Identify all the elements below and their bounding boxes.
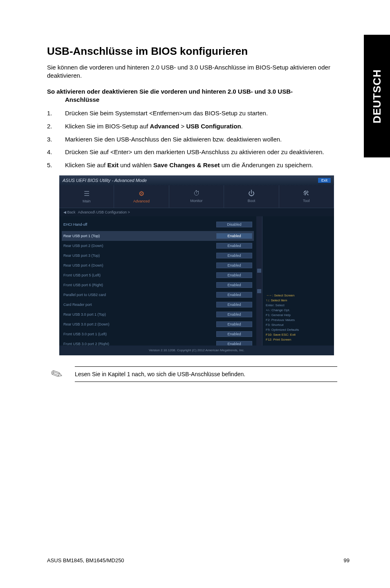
bios-row-value[interactable]: Enabled (216, 341, 252, 346)
step-2: 2. Klicken Sie im BIOS-Setup auf Advance… (47, 122, 350, 131)
bios-title: ASUS UEFI BIOS Utility - Advanced Mode (63, 178, 147, 183)
power-icon: ⏻ (248, 190, 255, 197)
bios-row-label: Parallel port to USB2 card (63, 293, 106, 297)
bios-row[interactable]: Card Reader port Enabled (63, 300, 252, 310)
bios-row-label: Rear USB port 4 (Down) (63, 263, 103, 267)
help-line: F1: General Help (266, 313, 331, 318)
note-text: Lesen Sie in Kapitel 1 nach, wo sich die… (75, 366, 337, 382)
bios-footer: Version 2.10.1208. Copyright (C) 2012 Am… (59, 346, 334, 355)
bios-option-list: EHCI Hand-off Disabled Rear USB port 1 (… (59, 216, 256, 346)
help-line: +/-: Change Opt. (266, 308, 331, 313)
language-label: DEUTSCH (371, 69, 383, 123)
bios-row-value[interactable]: Enabled (216, 312, 252, 317)
bios-row-label: EHCI Hand-off (63, 222, 87, 227)
help-line: F5: Optimized Defaults (266, 328, 331, 332)
bios-titlebar: ASUS UEFI BIOS Utility - Advanced Mode E… (59, 175, 334, 185)
bios-breadcrumb: ◀ Back Advanced\ USB Configuration > (59, 208, 334, 216)
subheading-line1: So aktivieren oder deaktivieren Sie die … (47, 88, 293, 95)
bios-row-selected[interactable]: Rear USB port 1 (Top) Enabled (62, 231, 254, 241)
subheading-line2: Anschlüsse (47, 96, 350, 104)
bios-row-value[interactable]: Enabled (216, 253, 252, 258)
bios-row-label: Rear USB 3.0 port 1 (Top) (63, 312, 106, 316)
bios-row-label: Rear USB port 3 (Top) (63, 254, 100, 258)
step-3: 3. Markieren Sie den USB-Anschluss den S… (47, 135, 350, 144)
bios-row-value[interactable]: Enabled (216, 272, 252, 278)
pencil-icon: ✎ (48, 364, 65, 384)
bios-row-value[interactable]: Disabled (216, 222, 252, 227)
bios-row-value[interactable]: Enabled (216, 243, 252, 249)
help-line: F12: Print Screen (266, 337, 331, 342)
bios-row[interactable]: EHCI Hand-off Disabled (63, 220, 252, 229)
bios-row[interactable]: Front USB 3.0 port 1 (Left) Enabled (63, 329, 252, 339)
bios-tab-label: Boot (248, 199, 256, 203)
step-number: 5. (47, 161, 65, 170)
help-line: ↑↓: Select Item (266, 298, 331, 303)
bios-row-value[interactable]: Enabled (216, 263, 252, 268)
bios-row[interactable]: Front USB port 5 (Left) Enabled (63, 270, 252, 280)
help-line: Enter: Select (266, 303, 331, 308)
step-number: 1. (47, 109, 65, 118)
bios-tab-main[interactable]: ☰ Main (59, 185, 114, 208)
page-footer: ASUS BM1845, BM1645/MD250 99 (47, 557, 350, 563)
step-number: 2. (47, 122, 65, 131)
bios-scrollbar[interactable] (256, 216, 262, 346)
bios-row-value[interactable]: Enabled (216, 292, 252, 298)
step-text: Klicken Sie im BIOS-Setup auf Advanced >… (65, 122, 350, 131)
bios-screenshot: ASUS UEFI BIOS Utility - Advanced Mode E… (59, 175, 334, 355)
step-text: Markieren Sie den USB-Anschluss den Sie … (65, 135, 350, 144)
bios-tab-label: Monitor (191, 199, 203, 203)
tool-icon: 🛠 (303, 190, 309, 197)
bios-tab-boot[interactable]: ⏻ Boot (224, 185, 279, 208)
bios-row-value[interactable]: Enabled (216, 331, 252, 337)
bios-back-button[interactable]: ◀ Back (63, 210, 76, 214)
bios-row-label: Front USB 3.0 port 1 (Left) (63, 332, 107, 336)
bios-row-value[interactable]: Enabled (216, 321, 252, 327)
gear-icon: ⚙ (139, 190, 144, 197)
help-line: F2: Previous Values (266, 318, 331, 323)
bios-exit-button[interactable]: Exit (318, 178, 331, 183)
bios-tab-tool[interactable]: 🛠 Tool (279, 185, 334, 208)
bios-row[interactable]: Front USB port 6 (Right) Enabled (63, 280, 252, 290)
step-number: 3. (47, 135, 65, 144)
bios-row-label: Card Reader port (63, 303, 92, 307)
page-heading: USB-Anschlüsse im BIOS konfigurieren (47, 45, 350, 58)
step-text: Drücken Sie beim Systemstart <Entfernen>… (65, 109, 350, 118)
step-4: 4. Drücken Sie auf <Enter> um den markie… (47, 148, 350, 157)
subheading: So aktivieren oder deaktivieren Sie die … (47, 88, 350, 104)
bios-breadcrumb-path: Advanced\ USB Configuration > (78, 210, 130, 214)
footer-model: ASUS BM1845, BM1645/MD250 (47, 557, 124, 563)
bios-row-value[interactable]: Enabled (216, 282, 252, 288)
bios-tab-label: Main (83, 199, 91, 203)
step-1: 1. Drücken Sie beim Systemstart <Entfern… (47, 109, 350, 118)
bios-tab-monitor[interactable]: ⏱ Monitor (169, 185, 224, 208)
page-content: USB-Anschlüsse im BIOS konfigurieren Sie… (47, 45, 350, 382)
bios-tab-label: Tool (303, 199, 310, 203)
step-5: 5. Klicken Sie auf Exit und wählen Save … (47, 161, 350, 170)
bios-row-label: Front USB 3.0 port 2 (Right) (63, 342, 109, 346)
language-side-tab: DEUTSCH (364, 35, 390, 157)
bios-row[interactable]: Rear USB port 3 (Top) Enabled (63, 251, 252, 260)
bios-row[interactable]: Rear USB port 2 (Down) Enabled (63, 241, 252, 251)
bios-row-value[interactable]: Enabled (216, 302, 252, 307)
help-line: →←: Select Screen (266, 293, 331, 298)
bios-tab-advanced[interactable]: ⚙ Advanced (114, 185, 169, 208)
bios-row[interactable]: Front USB 3.0 port 2 (Right) Enabled (63, 339, 252, 346)
bios-help-text: →←: Select Screen ↑↓: Select Item Enter:… (266, 293, 331, 342)
bios-row-value[interactable]: Enabled (216, 233, 252, 239)
bios-help-panel: →←: Select Screen ↑↓: Select Item Enter:… (262, 216, 334, 346)
bios-row[interactable]: Rear USB 3.0 port 1 (Top) Enabled (63, 310, 252, 319)
bios-row[interactable]: Rear USB 3.0 port 2 (Down) Enabled (63, 319, 252, 329)
note-box: ✎ Lesen Sie in Kapitel 1 nach, wo sich d… (51, 366, 337, 382)
bios-row[interactable]: Parallel port to USB2 card Enabled (63, 290, 252, 300)
bios-row-label: Front USB port 5 (Left) (63, 273, 101, 277)
scroll-up-icon[interactable] (257, 269, 261, 273)
bios-main: EHCI Hand-off Disabled Rear USB port 1 (… (59, 216, 334, 346)
footer-page-number: 99 (344, 557, 350, 563)
bios-row[interactable]: Rear USB port 4 (Down) Enabled (63, 260, 252, 270)
help-line: F3: Shortcut (266, 323, 331, 328)
scroll-down-icon[interactable] (257, 289, 261, 293)
steps-list: 1. Drücken Sie beim Systemstart <Entfern… (47, 109, 350, 170)
step-number: 4. (47, 148, 65, 157)
list-icon: ☰ (84, 190, 90, 197)
bios-row-label: Rear USB port 1 (Top) (63, 234, 100, 238)
